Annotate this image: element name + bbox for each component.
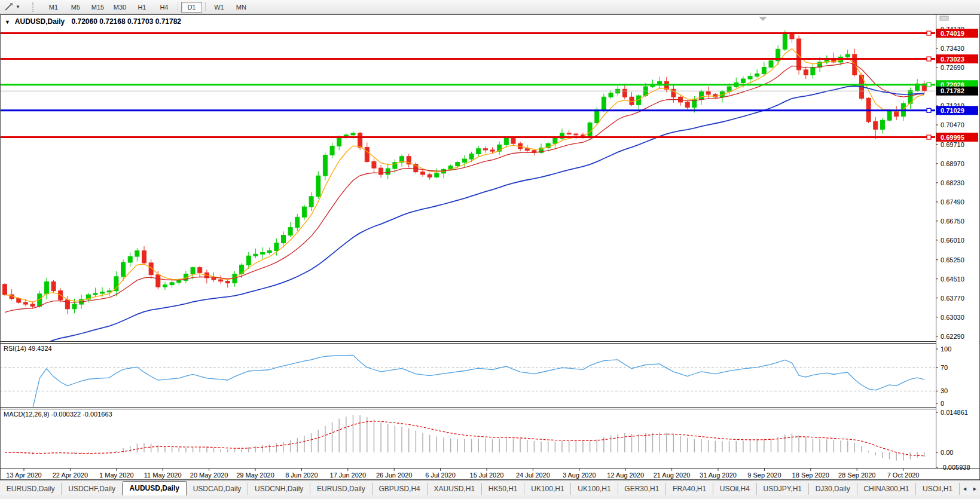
date-axis-label: 11 May 2020 [144, 472, 182, 479]
macd-indicator-label: MACD(12,26,9) -0.000322 -0.001663 [4, 411, 112, 418]
candle [421, 172, 425, 175]
chart-tab-dj30-daily[interactable]: DJ30,Daily [809, 483, 857, 495]
chart-tab-eurusd-daily[interactable]: EURUSD,Daily [0, 483, 62, 495]
candle [170, 283, 174, 285]
candle [309, 197, 313, 207]
candle [435, 173, 439, 177]
line-handle[interactable] [927, 57, 931, 61]
price-axis-label: 0.63770 [941, 295, 964, 302]
price-axis-label: 0.66750 [941, 218, 964, 225]
svg-text:0.71782: 0.71782 [941, 87, 964, 94]
candle [246, 256, 251, 265]
candle [30, 304, 35, 306]
chart-tab-usdchf-daily[interactable]: USDCHF,Daily [62, 483, 122, 495]
timeframe-button-d1[interactable]: D1 [181, 2, 202, 13]
collapse-triangle-icon[interactable]: ▼ [5, 19, 10, 25]
candle [386, 169, 390, 175]
chart-symbol: AUDUSD,Daily [15, 17, 65, 26]
timeframe-button-m5[interactable]: M5 [65, 2, 86, 13]
price-axis-label: 0.66010 [941, 237, 964, 244]
chart-tab-usdcnh-daily[interactable]: USDCNH,Daily [248, 483, 310, 495]
timeframe-button-m15[interactable]: M15 [87, 2, 108, 13]
chart-title: ▼ AUDUSD,Daily 0.72060 0.72168 0.71703 0… [5, 17, 181, 26]
chart-tab-usoil-h4[interactable]: USOil,H4 [713, 483, 757, 495]
chart-tab-bar: EURUSD,DailyUSDCHF,DailyAUDUSD,DailyUSDC… [0, 480, 980, 496]
tab-scroll-right-icon[interactable]: ► [972, 486, 978, 492]
candle [622, 89, 627, 97]
candle [3, 284, 7, 295]
price-axis-label: 0.67490 [941, 198, 964, 206]
svg-text:0.74019: 0.74019 [941, 30, 964, 37]
timeframe-button-w1[interactable]: W1 [209, 2, 230, 13]
chart-tab-uk100-h1[interactable]: UK100,H1 [571, 483, 618, 495]
candle [462, 159, 466, 163]
candle [477, 149, 481, 154]
trendline-tool-icon[interactable] [2, 2, 14, 13]
rsi-axis-label: 70 [941, 364, 948, 371]
tab-scroll-left-icon[interactable]: ◄ [962, 486, 967, 492]
line-handle[interactable] [927, 135, 931, 139]
svg-text:0.71029: 0.71029 [941, 107, 964, 114]
candle [504, 138, 508, 145]
candle [100, 292, 105, 293]
price-axis-label: 0.69710 [941, 141, 964, 148]
candle [156, 275, 160, 287]
timeframe-button-mn[interactable]: MN [231, 2, 252, 13]
chart-tab-xauusd-h1[interactable]: XAUUSD,H1 [428, 483, 482, 495]
svg-text:0.73023: 0.73023 [941, 56, 964, 63]
candle [128, 256, 132, 262]
chart-tab-usdcad-daily[interactable]: USDCAD,Daily [187, 483, 248, 495]
line-handle[interactable] [927, 31, 931, 35]
timeframe-button-h1[interactable]: H1 [132, 2, 152, 13]
candle [595, 110, 599, 123]
price-axis[interactable]: 0.741700.734300.726900.719500.712100.704… [936, 15, 979, 471]
candle [121, 262, 126, 277]
candle [261, 253, 265, 255]
axis-scrollbar-handle[interactable] [940, 16, 948, 20]
price-axis-label: 0.68970 [941, 160, 964, 167]
chart-tab-eurusd-daily[interactable]: EURUSD,Daily [310, 483, 372, 495]
price-axis-label: 0.73430 [941, 45, 964, 52]
line-handle[interactable] [927, 82, 931, 87]
price-axis-label: 0.72690 [941, 64, 964, 71]
candle [191, 268, 195, 274]
candle [658, 81, 662, 84]
candle [288, 228, 292, 235]
tool-dropdown-icon[interactable]: ▼ [16, 4, 20, 10]
candle [456, 163, 460, 166]
toolbar-separator [178, 2, 178, 11]
candle [845, 54, 850, 57]
line-handle[interactable] [927, 108, 931, 112]
chart-tab-hk50-h1[interactable]: HK50,H1 [482, 483, 524, 495]
timeframe-button-h4[interactable]: H4 [154, 2, 175, 13]
chart-tab-fra40-h1[interactable]: FRA40,H1 [666, 483, 713, 495]
timeframe-button-m1[interactable]: M1 [43, 2, 64, 13]
candle [574, 134, 578, 135]
candle [142, 251, 146, 263]
chart-tab-ger30-h1[interactable]: GER30,H1 [618, 483, 667, 495]
candle [23, 302, 28, 304]
chart-canvas[interactable]: 0.741700.734300.726900.719500.712100.704… [0, 14, 980, 480]
candle [365, 148, 369, 162]
chart-window[interactable]: ▼ AUDUSD,Daily 0.72060 0.72168 0.71703 0… [0, 14, 980, 480]
candle [44, 281, 48, 293]
date-axis-label: 3 Aug 2020 [563, 472, 596, 479]
candle [198, 268, 202, 273]
chart-tab-uk100-h1[interactable]: UK100,H1 [524, 483, 571, 495]
chart-tab-audusd-daily[interactable]: AUDUSD,Daily [123, 481, 187, 496]
chart-tab-china300-h1[interactable]: CHINA300,H1 [857, 483, 917, 495]
candle [602, 97, 606, 110]
timeframe-button-m30[interactable]: M30 [109, 2, 130, 13]
candle [177, 280, 181, 282]
date-axis-label: 8 Jun 2020 [285, 472, 317, 479]
candle [65, 300, 69, 309]
candle [553, 138, 557, 143]
chart-tab-gbpusd-h4[interactable]: GBPUSD,H4 [373, 483, 428, 495]
date-axis-label: 12 Aug 2020 [607, 472, 644, 479]
candle [372, 161, 376, 168]
chart-tab-usdjpy-h1[interactable]: USDJPY,H1 [757, 483, 809, 495]
tab-scroll-arrows: ◄► [960, 483, 980, 495]
price-axis-label: 0.63030 [941, 314, 964, 321]
chart-tab-usoil-h1[interactable]: USOil,H1 [916, 483, 960, 495]
price-axis-label: 0.62290 [941, 333, 964, 340]
